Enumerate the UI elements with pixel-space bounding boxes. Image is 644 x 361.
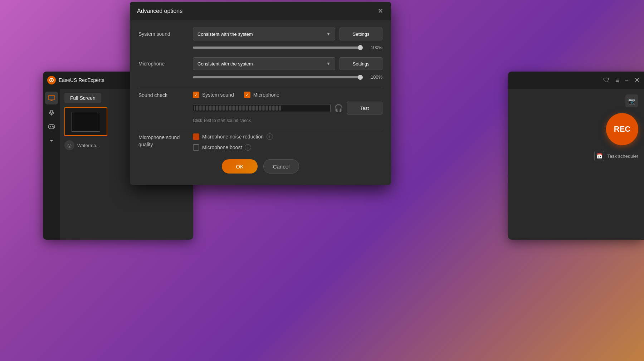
meter-bar [201,106,203,111]
screen-preview [64,107,107,136]
mic-quality-label: Microphone sound quality [138,133,189,148]
meter-bar [264,106,265,111]
meter-bar [213,106,214,111]
dialog-header: Advanced options ✕ [130,2,391,20]
meter-bar [203,106,204,111]
noise-reduction-label: Microphone noise reduction [202,134,264,140]
meter-bar [229,106,230,111]
meter-bar [250,106,251,111]
meter-bar [273,106,274,111]
right-panel: 🛡 ≡ − ✕ 📷 REC 📅 Task scheduler [508,72,644,240]
meter-bar [224,106,225,111]
meter-bar [227,106,228,111]
test-button[interactable]: Test [347,102,382,114]
boost-info-icon[interactable]: i [245,144,251,151]
meter-bar [236,106,237,111]
meter-bar [216,106,217,111]
right-panel-header: 🛡 ≡ − ✕ [508,72,644,89]
noise-reduction-info-icon[interactable]: i [267,133,273,140]
meter-bar [274,106,275,111]
meter-bar [277,106,278,111]
microphone-checkbox-item[interactable]: ✓ Microphone [244,92,279,98]
microphone-slider[interactable] [193,76,362,78]
sound-meter [193,104,331,112]
meter-bar [214,106,215,111]
sound-check-label: Sound check [138,92,189,98]
meter-bar [244,106,245,111]
microphone-dropdown-arrow: ▼ [326,61,331,66]
meter-bar [200,106,201,111]
meter-bar [260,106,261,111]
svg-point-1 [51,79,52,81]
boost-checkbox[interactable] [193,144,199,151]
meter-bar [240,106,241,111]
camera-button[interactable]: 📷 [625,94,638,107]
sidebar-icon-audio[interactable] [45,106,58,119]
minimize-icon[interactable]: − [625,77,629,84]
screen-preview-inner [72,112,100,132]
system-sound-slider-row: 100% [193,45,382,50]
mic-quality-row: Microphone sound quality Microphone nois… [138,133,382,151]
sidebar-icon-game[interactable] [45,120,58,133]
system-sound-checkbox-label: System sound [202,92,234,98]
boost-option[interactable]: Microphone boost i [193,144,382,151]
close-icon[interactable]: ✕ [634,76,640,84]
system-sound-checkbox[interactable]: ✓ [193,92,199,98]
meter-bar [243,106,244,111]
svg-rect-5 [50,110,53,113]
meter-bar [206,106,207,111]
menu-icon[interactable]: ≡ [615,77,619,84]
fullscreen-button[interactable]: Full Screen [64,93,101,103]
app-logo [47,76,56,84]
svg-marker-12 [50,140,53,142]
sidebar-icon-more[interactable] [45,135,58,147]
svg-point-11 [53,127,54,127]
microphone-checkbox[interactable]: ✓ [244,92,250,98]
meter-bar [256,106,257,111]
shield-icon[interactable]: 🛡 [603,77,610,84]
system-sound-checkbox-item[interactable]: ✓ System sound [193,92,234,98]
microphone-label: Microphone [138,61,189,67]
dialog-close-button[interactable]: ✕ [375,6,385,16]
dialog-footer: OK Cancel [138,158,382,176]
meter-bar [253,106,254,111]
meter-bar [272,106,273,111]
microphone-volume-value: 100% [366,74,382,80]
meter-bar [276,106,277,111]
divider-1 [138,87,382,87]
meter-bars [193,104,330,112]
sound-check-content: ✓ System sound ✓ Microphone [193,92,382,123]
meter-bar [247,106,248,111]
meter-bar [259,106,260,111]
watermark-label: Waterma... [77,143,100,148]
microphone-settings-button[interactable]: Settings [340,57,382,70]
sound-check-hint: Click Test to start sound check [193,118,382,123]
microphone-slider-row: 100% [193,74,382,80]
task-scheduler[interactable]: 📅 Task scheduler [594,151,638,161]
microphone-checkbox-label: Microphone [253,92,279,98]
sidebar-icon-monitor[interactable] [45,92,58,104]
meter-bar [196,106,197,111]
system-sound-settings-button[interactable]: Settings [340,28,382,40]
noise-reduction-checkbox[interactable] [193,133,199,140]
microphone-dropdown[interactable]: Consistent with the system ▼ [193,57,335,70]
cancel-button[interactable]: Cancel [263,159,299,174]
meter-bar [267,106,268,111]
system-sound-dropdown[interactable]: Consistent with the system ▼ [193,28,335,40]
meter-bar [237,106,238,111]
rec-button[interactable]: REC [606,113,638,145]
meter-bar [194,106,195,111]
meter-bar [207,106,208,111]
meter-bar [220,106,221,111]
sound-meter-row: 🎧 Test [193,102,382,114]
ok-button[interactable]: OK [222,159,258,174]
noise-reduction-option[interactable]: Microphone noise reduction i [193,133,382,140]
system-sound-slider[interactable] [193,47,362,49]
meter-bar [221,106,223,111]
sound-check-row: Sound check ✓ System sound ✓ Microphone [138,92,382,123]
meter-bar [226,106,227,111]
sound-check-checkboxes: ✓ System sound ✓ Microphone [193,92,382,98]
microphone-row: Microphone Consistent with the system ▼ … [138,57,382,70]
meter-bar [249,106,250,111]
boost-label: Microphone boost [202,145,242,150]
